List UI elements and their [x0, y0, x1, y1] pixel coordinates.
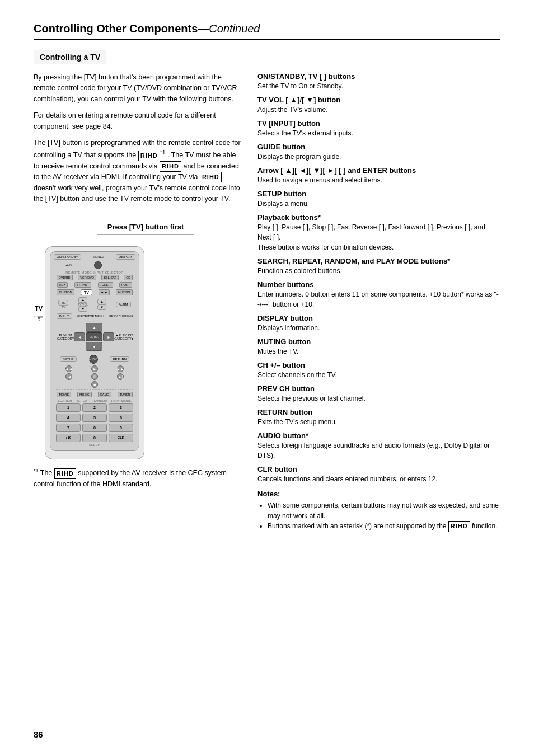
- tuner-btn2[interactable]: TUNER: [118, 392, 133, 397]
- cd-btn[interactable]: CD: [124, 275, 133, 280]
- music-btn[interactable]: MUSIC: [77, 392, 92, 397]
- pause-btn[interactable]: II: [91, 373, 98, 380]
- btn-clr[interactable]: CLR: [109, 434, 133, 442]
- btn-5[interactable]: 5: [82, 414, 107, 422]
- stitart-btn[interactable]: ST/TART: [74, 282, 91, 288]
- btn-desc-return: Exits the TV's setup menu.: [257, 417, 500, 427]
- btn-6[interactable]: 6: [109, 414, 133, 422]
- btn-2[interactable]: 2: [82, 403, 107, 412]
- btn-desc-prev_ch: Selects the previous or last channel.: [257, 393, 500, 403]
- btn-7[interactable]: 7: [56, 424, 81, 432]
- setup-btn[interactable]: SETUP: [60, 356, 77, 362]
- io-label: ◄/O: [65, 264, 72, 267]
- prev-btn[interactable]: |◄: [65, 373, 72, 380]
- vcrdvd-btn[interactable]: VCR/DVD: [78, 275, 96, 280]
- game-btn[interactable]: GAME: [98, 392, 111, 397]
- fwd-btn[interactable]: ►►: [117, 365, 124, 372]
- audio-btn[interactable]: AUDIO: [89, 355, 98, 364]
- nav-down-btn[interactable]: ▼: [86, 342, 102, 351]
- footnote-text-part1: The: [40, 469, 53, 477]
- btn-section-tv_input: TV [INPUT] buttonSelects the TV's extern…: [257, 119, 500, 138]
- alrm-btn[interactable]: ALRM: [116, 302, 131, 307]
- btn-title-number: Number buttons: [257, 280, 500, 289]
- remote-top-row: ON/STANDBY ZONE2 DISPLAY: [54, 254, 135, 260]
- tvvol-dn-btn[interactable]: ▼: [78, 306, 87, 312]
- ch-dn-btn[interactable]: ▼: [97, 304, 106, 310]
- io-btn[interactable]: I/O: [58, 300, 68, 306]
- section-title: Controlling a TV: [40, 53, 100, 62]
- btn-desc-ch: Select channels on the TV.: [257, 370, 500, 380]
- notes-list: With some components, certain buttons ma…: [257, 500, 500, 532]
- arrows-btn[interactable]: ◄ ►: [99, 289, 110, 295]
- btn-title-search: SEARCH, REPEAT, RANDOM, and PLAY MODE bu…: [257, 257, 500, 265]
- btn-3[interactable]: 3: [109, 403, 133, 412]
- custom-btn[interactable]: CUSTOM: [57, 289, 74, 295]
- return-btn[interactable]: RETURN: [110, 356, 129, 362]
- input-guide-row: INPUT GUIDE/TOP MENU PREV CH/MENU: [54, 313, 135, 319]
- guide-topmenu-label: GUIDE/TOP MENU: [77, 314, 104, 318]
- tv-btn-remote[interactable]: TV: [81, 289, 92, 295]
- rew-btn[interactable]: ◄◄: [65, 365, 72, 372]
- stop-btn[interactable]: ■: [91, 381, 98, 388]
- remote-control: ON/STANDBY ZONE2 DISPLAY ◄/O — REMOTE MO…: [45, 246, 144, 459]
- btn-desc-number: Enter numbers. 0 button enters 11 on som…: [257, 289, 500, 309]
- on-standby-btn[interactable]: ON/STANDBY: [54, 254, 81, 260]
- number-grid: 1 2 3 4 5 6 7 8 9 +10 0 CLR: [56, 403, 133, 442]
- power-btn[interactable]: [94, 261, 102, 269]
- btn-desc-guide: Displays the program guide.: [257, 152, 500, 162]
- btn-desc-display: Displays information.: [257, 323, 500, 333]
- ch-up-btn[interactable]: ▲: [97, 299, 106, 304]
- btn-8[interactable]: 8: [82, 424, 107, 432]
- prevch-menu-label: PREV CH/MENU: [109, 314, 133, 318]
- nav-left-btn[interactable]: ◄: [74, 332, 85, 341]
- btn-section-clr: CLR buttonCancels functions and clears e…: [257, 465, 500, 484]
- enter-btn[interactable]: ENTER: [86, 332, 102, 341]
- hdmi-logo-3: RIHD: [200, 172, 222, 182]
- btn-section-ch: CH +/– buttonSelect channels on the TV.: [257, 361, 500, 380]
- btn-desc-tv_input: Selects the TV's external inputs.: [257, 128, 500, 138]
- hdmi-logo-footnote: RIHD: [54, 468, 76, 479]
- btn-section-search: SEARCH, REPEAT, RANDOM, and PLAY MODE bu…: [257, 257, 500, 276]
- btn-title-tv_vol: TV VOL [ ▲]/[ ▼] button: [257, 96, 500, 104]
- input-btn[interactable]: INPUT: [57, 313, 72, 319]
- btn-section-setup: SETUP buttonDisplays a menu.: [257, 190, 500, 209]
- dimmer-label: SLEEP: [54, 443, 135, 447]
- btn-9[interactable]: 9: [109, 424, 133, 432]
- intro-para-1: By pressing the [TV] button that's been …: [34, 72, 241, 105]
- play-btn[interactable]: ►: [91, 365, 98, 372]
- btn-section-muting: MUTING buttonMutes the TV.: [257, 337, 500, 356]
- next-btn[interactable]: ►|: [117, 373, 124, 380]
- dvdbd-btn[interactable]: DVD/BD: [57, 275, 73, 280]
- btn-title-tv_input: TV [INPUT] button: [257, 119, 500, 128]
- remote-illustration: TV ☞ ON/STANDBY ZONE2 DISPLAY ◄/O: [34, 246, 241, 459]
- io-vol-row: I/O TV ▲ TV VOL ▼ ▲ ▼: [54, 297, 135, 312]
- section-title-box: Controlling a TV: [34, 50, 106, 64]
- tuner-btn[interactable]: TUNER: [98, 282, 113, 288]
- hand-icon: ☞: [34, 312, 44, 325]
- aux-btn[interactable]: AUX: [57, 282, 68, 288]
- zone2-label: ZONE2: [93, 255, 104, 259]
- btn-title-clr: CLR button: [257, 465, 500, 473]
- tvvol-up-btn[interactable]: ▲: [78, 297, 87, 303]
- btn-plus10[interactable]: +10: [56, 434, 81, 442]
- sblsat-btn[interactable]: SBL/SAT: [101, 275, 118, 280]
- movie-btn[interactable]: MOVIE: [57, 392, 71, 397]
- btn-4[interactable]: 4: [56, 414, 81, 422]
- btn-1[interactable]: 1: [56, 403, 81, 412]
- remote-io-row: ◄/O: [54, 261, 135, 269]
- btn-desc-muting: Mutes the TV.: [257, 346, 500, 356]
- btn-section-on_standby: ON/STANDBY, TV [ ] buttonsSet the TV to …: [257, 72, 500, 91]
- display-btn-top[interactable]: DISPLAY: [116, 254, 135, 260]
- port-btn[interactable]: PORT: [119, 282, 132, 288]
- btn-desc-setup: Displays a menu.: [257, 199, 500, 209]
- btn-desc-search: Function as colored buttons.: [257, 266, 500, 276]
- nav-right-btn[interactable]: ►: [103, 332, 114, 341]
- hdmi-logo-1: RIHD: [138, 151, 160, 161]
- nav-up-btn[interactable]: ▲: [86, 323, 102, 332]
- btn-0[interactable]: 0: [82, 434, 107, 442]
- btn-title-display: DISPLAY button: [257, 314, 500, 322]
- two-col-layout: By pressing the [TV] button that's been …: [34, 72, 500, 532]
- muting-btn-top[interactable]: MUTING: [116, 289, 133, 295]
- search-row-label: SEARCH · REPEAT · RANDOM · PLAY MODE: [54, 399, 135, 402]
- btn-title-setup: SETUP button: [257, 190, 500, 198]
